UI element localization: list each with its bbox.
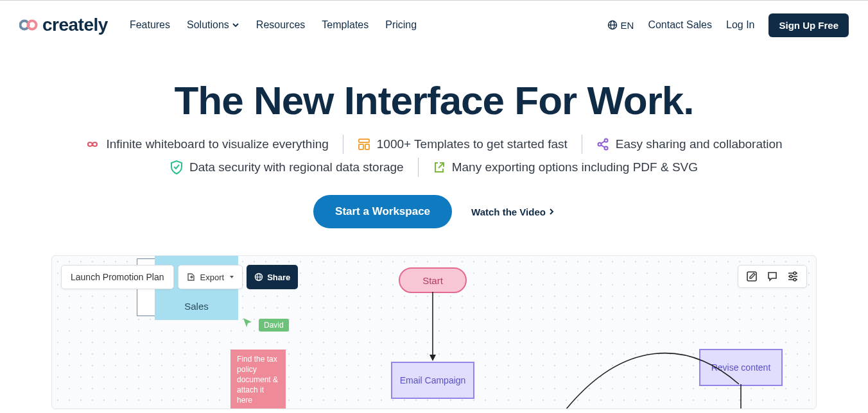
right-nav: EN Contact Sales Log In Sign Up Free [607,13,849,37]
language-selector[interactable]: EN [607,20,634,31]
sticky-note-tax[interactable]: Find the tax policy document & attach it… [230,350,286,409]
svg-point-23 [794,278,796,281]
cta-row: Start a Workspace Watch the Video [0,195,868,228]
shield-icon [170,160,183,174]
contact-sales-link[interactable]: Contact Sales [648,19,712,31]
svg-point-21 [794,272,796,274]
nav-solutions[interactable]: Solutions [187,19,239,31]
flow-email-label: Email Campaign [400,375,466,386]
export-label: Export [200,273,225,282]
nav-solutions-label: Solutions [187,19,229,31]
collaborator-name: David [259,319,289,332]
feature-export: Many exporting options including PDF & S… [418,158,712,177]
feature-security: Data security with regional data storage [156,158,418,177]
templates-icon [358,138,370,151]
svg-point-22 [790,275,792,278]
flow-revise-node[interactable]: Revise content [699,349,783,386]
share-icon [596,138,609,151]
logo[interactable]: creately [19,15,108,35]
export-icon [433,161,446,174]
share-button[interactable]: Share [247,265,298,289]
flow-start-label: Start [422,275,443,286]
feature-security-label: Data security with regional data storage [189,160,404,174]
share-label: Share [267,273,290,282]
feature-row-2: Data security with regional data storage… [0,158,868,177]
svg-line-12 [601,145,605,148]
globe-small-icon [254,273,263,282]
login-link[interactable]: Log In [726,19,754,31]
connector-revise-down [736,384,749,409]
flow-start-node[interactable]: Start [399,267,467,293]
feature-templates-label: 1000+ Templates to get started fast [377,137,568,151]
flow-email-node[interactable]: Email Campaign [391,362,474,399]
nav-templates[interactable]: Templates [322,19,369,31]
logo-icon [19,18,40,32]
nav-resources[interactable]: Resources [256,19,305,31]
export-small-icon [186,273,195,282]
svg-rect-17 [747,272,756,281]
hero-title: The New Interface For Work. [0,78,868,123]
language-code: EN [621,20,634,31]
canvas-right-tools [738,265,807,288]
collaborator-cursor-david: David [242,314,289,332]
caret-down-icon [229,274,234,280]
svg-rect-7 [365,144,369,149]
svg-rect-5 [359,139,369,142]
start-workspace-button[interactable]: Start a Workspace [313,195,452,228]
svg-point-1 [28,21,37,30]
feature-whiteboard: Infinite whiteboard to visualize everyth… [71,135,342,154]
svg-line-11 [601,141,605,144]
watch-video-label: Watch the Video [471,206,546,217]
sticky-tax-text: Find the tax policy document & attach it… [237,354,279,406]
canvas-preview: Launch Promotion Plan Export Share [51,255,817,409]
logo-text: creately [42,15,108,35]
watch-video-link[interactable]: Watch the Video [471,206,555,217]
feature-whiteboard-label: Infinite whiteboard to visualize everyth… [106,137,328,151]
feature-templates: 1000+ Templates to get started fast [343,135,582,154]
export-button[interactable]: Export [178,265,243,289]
feature-row-1: Infinite whiteboard to visualize everyth… [0,135,868,154]
cursor-icon [242,317,254,328]
flow-revise-label: Revise content [711,362,771,373]
feature-export-label: Many exporting options including PDF & S… [452,160,698,174]
plan-title[interactable]: Launch Promotion Plan [61,265,174,289]
hero-section: The New Interface For Work. Infinite whi… [0,49,868,228]
feature-sharing: Easy sharing and collaboration [582,135,797,154]
infinity-icon [85,140,100,149]
nav-features[interactable]: Features [130,19,170,31]
signup-button[interactable]: Sign Up Free [768,13,849,37]
globe-icon [607,20,618,30]
chevron-right-icon [548,208,555,215]
canvas-toolbar: Launch Promotion Plan Export Share [61,265,298,289]
svg-rect-6 [359,144,363,149]
comment-icon[interactable] [767,271,778,282]
chevron-down-icon [232,21,239,29]
main-nav: Features Solutions Resources Templates P… [130,19,607,31]
site-header: creately Features Solutions Resources Te… [0,1,868,49]
nav-pricing[interactable]: Pricing [385,19,417,31]
sticky-sales-label: Sales [184,301,209,312]
settings-sliders-icon[interactable] [787,271,799,282]
feature-sharing-label: Easy sharing and collaboration [616,137,783,151]
connector-start-email [428,292,440,364]
svg-line-13 [438,163,444,168]
edit-icon[interactable] [746,271,758,282]
